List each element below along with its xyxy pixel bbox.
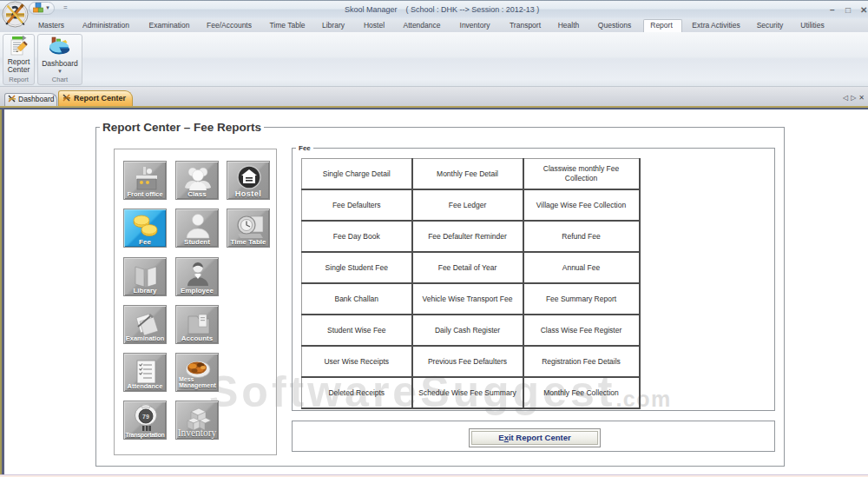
svg-text:79: 79	[142, 414, 149, 420]
